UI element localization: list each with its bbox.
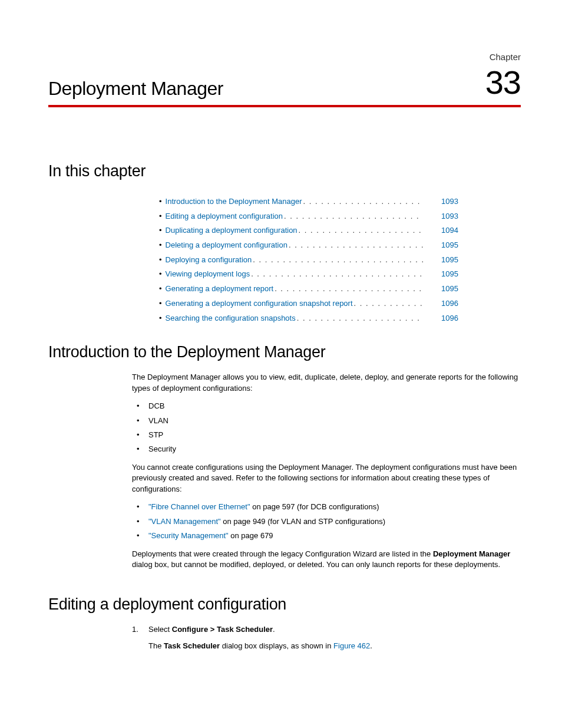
toc-row: •Deploying a configuration1095 bbox=[159, 253, 458, 268]
intro-heading: Introduction to the Deployment Manager bbox=[48, 343, 521, 361]
intro-para-2: You cannot create configurations using t… bbox=[132, 462, 521, 495]
toc-leader bbox=[275, 282, 423, 297]
bullet-icon: • bbox=[159, 267, 162, 282]
toc-leader bbox=[303, 195, 423, 209]
toc-leader bbox=[354, 297, 423, 311]
chapter-label: Chapter bbox=[490, 52, 521, 62]
menu-path: Configure > Task Scheduler bbox=[172, 625, 273, 634]
toc-row: •Introduction to the Deployment Manager1… bbox=[159, 195, 458, 209]
step-body: The Task Scheduler dialog box displays, … bbox=[148, 641, 521, 651]
toc-page[interactable]: 1093 bbox=[435, 209, 458, 224]
toc-link[interactable]: Deploying a configuration bbox=[166, 253, 252, 268]
references-list: "Fibre Channel over Ethernet" on page 59… bbox=[132, 502, 521, 541]
bullet-icon: • bbox=[159, 282, 162, 297]
intro-para-3: Deployments that were created through th… bbox=[132, 549, 521, 571]
list-item: DCB bbox=[132, 401, 521, 411]
list-item: "VLAN Management" on page 949 (for VLAN … bbox=[132, 516, 521, 527]
bullet-icon: • bbox=[159, 195, 162, 209]
dialog-name: Deployment Manager bbox=[433, 549, 510, 558]
toc-link[interactable]: Searching the configuration snapshots bbox=[166, 311, 296, 326]
toc-page[interactable]: 1095 bbox=[435, 238, 458, 253]
list-item: VLAN bbox=[132, 416, 521, 426]
toc-page[interactable]: 1095 bbox=[435, 282, 458, 297]
bullet-icon: • bbox=[159, 297, 162, 311]
toc-leader bbox=[251, 267, 423, 282]
intro-para-1: The Deployment Manager allows you to vie… bbox=[132, 372, 521, 394]
list-item-text: on page 597 (for DCB configurations) bbox=[250, 502, 379, 511]
bullet-icon: • bbox=[159, 209, 162, 224]
toc-page[interactable]: 1096 bbox=[435, 297, 458, 311]
step-item: Select Configure > Task Scheduler. The T… bbox=[132, 624, 521, 652]
toc-link[interactable]: Duplicating a deployment configuration bbox=[166, 223, 297, 238]
toc-leader bbox=[284, 209, 423, 224]
toc-page[interactable]: 1093 bbox=[435, 195, 458, 209]
dialog-name: Task Scheduler bbox=[164, 641, 220, 650]
toc-row: •Searching the configuration snapshots10… bbox=[159, 311, 458, 326]
toc-link[interactable]: Deleting a deployment configuration bbox=[166, 238, 287, 253]
bullet-icon: • bbox=[159, 253, 162, 268]
bullet-icon: • bbox=[159, 223, 162, 238]
list-item-text: on page 949 (for VLAN and STP configurat… bbox=[221, 517, 385, 526]
intro-body: The Deployment Manager allows you to vie… bbox=[132, 372, 521, 570]
toc-row: •Deleting a deployment configuration1095 bbox=[159, 238, 458, 253]
toc-page[interactable]: 1096 bbox=[435, 311, 458, 326]
list-item: "Security Management" on page 679 bbox=[132, 531, 521, 541]
figure-link[interactable]: Figure 462 bbox=[333, 641, 370, 650]
chapter-number: 33 bbox=[485, 66, 521, 99]
toc-leader bbox=[299, 223, 423, 238]
xref-link[interactable]: "Security Management" bbox=[148, 531, 229, 540]
toc-leader bbox=[253, 253, 423, 268]
editing-steps: Select Configure > Task Scheduler. The T… bbox=[132, 624, 521, 652]
xref-link[interactable]: "Fibre Channel over Ethernet" bbox=[148, 502, 250, 511]
toc: •Introduction to the Deployment Manager1… bbox=[159, 195, 458, 325]
content-area: In this chapter •Introduction to the Dep… bbox=[48, 162, 521, 658]
toc-row: •Viewing deployment logs1095 bbox=[159, 267, 458, 282]
list-item: "Fibre Channel over Ethernet" on page 59… bbox=[132, 502, 521, 512]
toc-link[interactable]: Viewing deployment logs bbox=[166, 267, 250, 282]
toc-link[interactable]: Generating a deployment configuration sn… bbox=[166, 297, 353, 311]
toc-page[interactable]: 1094 bbox=[435, 223, 458, 238]
toc-row: •Duplicating a deployment configuration1… bbox=[159, 223, 458, 238]
chapter-title: Deployment Manager bbox=[48, 78, 223, 100]
toc-link[interactable]: Introduction to the Deployment Manager bbox=[166, 195, 302, 209]
toc-link[interactable]: Editing a deployment configuration bbox=[166, 209, 283, 224]
editing-heading: Editing a deployment configuration bbox=[48, 595, 521, 614]
toc-leader bbox=[297, 311, 423, 326]
page: Chapter 33 Deployment Manager In this ch… bbox=[0, 0, 562, 728]
list-item-text: on page 679 bbox=[229, 531, 273, 540]
toc-link[interactable]: Generating a deployment report bbox=[166, 282, 274, 297]
editing-body: Select Configure > Task Scheduler. The T… bbox=[132, 624, 521, 652]
toc-row: •Generating a deployment configuration s… bbox=[159, 297, 458, 311]
list-item: STP bbox=[132, 430, 521, 440]
config-types-list: DCB VLAN STP Security bbox=[132, 401, 521, 455]
xref-link[interactable]: "VLAN Management" bbox=[148, 517, 221, 526]
toc-leader bbox=[289, 238, 423, 253]
in-this-chapter-heading: In this chapter bbox=[48, 162, 521, 180]
bullet-icon: • bbox=[159, 238, 162, 253]
bullet-icon: • bbox=[159, 311, 162, 326]
toc-row: •Editing a deployment configuration1093 bbox=[159, 209, 458, 224]
list-item: Security bbox=[132, 444, 521, 454]
toc-page[interactable]: 1095 bbox=[435, 253, 458, 268]
toc-page[interactable]: 1095 bbox=[435, 267, 458, 282]
toc-row: •Generating a deployment report1095 bbox=[159, 282, 458, 297]
chapter-rule bbox=[48, 105, 521, 107]
